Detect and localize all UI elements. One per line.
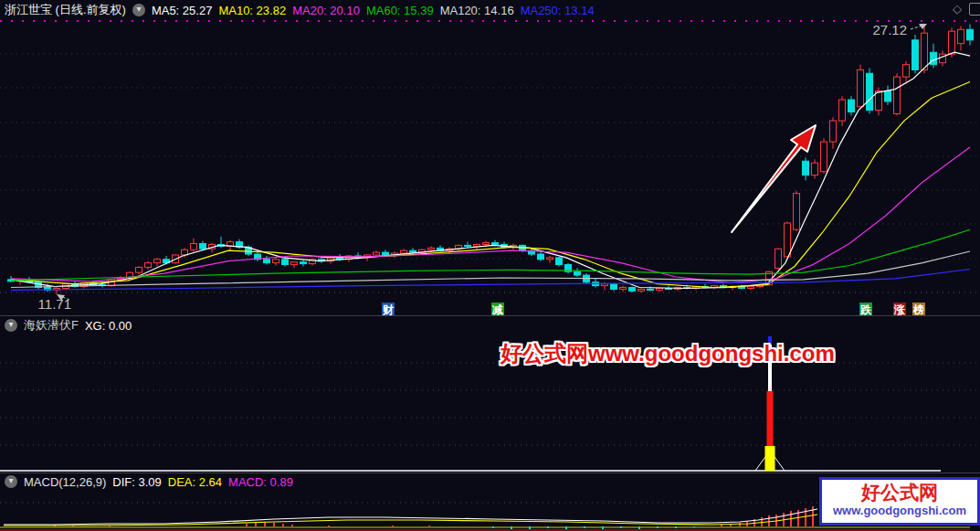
event-marker-char: 榜: [912, 303, 924, 316]
candle-body: [465, 245, 471, 246]
macd-bar: [273, 523, 275, 526]
collapse-chevron-icon[interactable]: ▾: [5, 319, 17, 332]
trend-arrow: [732, 125, 816, 232]
candle-body: [638, 289, 645, 291]
event-marker-char: 财: [382, 303, 394, 316]
candle-body: [428, 248, 435, 250]
macd-bar: [675, 526, 677, 528]
candle-body: [940, 54, 946, 63]
macd-bar: [693, 526, 695, 527]
ma60-value: MA60: 15.39: [366, 4, 434, 17]
dif-value: DIF: 3.09: [112, 475, 162, 489]
logo-url: www.goodgongshi.com: [822, 504, 977, 518]
main-chart-header: 浙江世宝 (日线.前复权) ▾ MA5: 25.27 MA10: 23.82 M…: [0, 0, 980, 20]
macd-bar: [392, 526, 394, 526]
macd-bar: [511, 526, 512, 529]
event-markers: 财减跌涨榜: [382, 303, 925, 316]
candle-body: [474, 244, 480, 246]
candle-body: [410, 250, 416, 252]
ma250-value: MA250: 13.14: [521, 4, 595, 17]
candle-body: [191, 244, 197, 250]
macd-bar: [492, 526, 494, 528]
candle-body: [785, 223, 791, 257]
candle-body: [931, 52, 937, 64]
candle-body: [657, 288, 663, 290]
candle-body: [273, 260, 279, 263]
collapse-chevron-icon[interactable]: ▾: [132, 4, 145, 16]
macd-value: MACD: 0.89: [228, 475, 293, 489]
ma120-value: MA120: 14.16: [440, 4, 514, 17]
ma5-value: MA5: 25.27: [152, 4, 213, 17]
macd-bar: [547, 526, 549, 528]
candle-body: [839, 100, 846, 121]
candle-body: [282, 260, 289, 265]
candle-body: [611, 284, 617, 290]
diamond-tool-icon[interactable]: ◇: [953, 2, 962, 16]
candle-body: [794, 194, 800, 230]
price-annotation: 11.71: [38, 296, 71, 312]
candle-body: [136, 267, 142, 272]
candle-body: [949, 31, 955, 54]
macd-bar: [565, 526, 567, 529]
event-marker-char: 减: [491, 303, 503, 316]
candle-body: [291, 262, 298, 265]
candle-body: [401, 250, 407, 253]
candlestick-chart: 财减跌涨榜27.1211.71: [0, 20, 980, 316]
candle-body: [958, 29, 964, 43]
event-marker-char: 涨: [893, 303, 906, 316]
dea-value: DEA: 2.64: [168, 475, 222, 489]
macd-bar: [246, 524, 248, 526]
candles: [8, 24, 974, 294]
xg-value: XG: 0.00: [85, 319, 132, 333]
candle-body: [867, 73, 873, 110]
macd-bar: [602, 526, 604, 529]
event-marker-char: 跌: [859, 303, 872, 316]
candle-body: [894, 77, 901, 113]
candle-body: [812, 163, 818, 175]
candle-body: [903, 65, 910, 77]
logo-title: 好公式网: [822, 481, 977, 504]
candle-body: [922, 33, 928, 69]
candle-body: [648, 289, 654, 290]
candle-body: [547, 258, 553, 260]
macd-name: MACD(12,26,9): [24, 475, 106, 489]
candle-body: [821, 142, 827, 172]
dif-line: [4, 509, 817, 525]
candle-body: [145, 263, 152, 268]
candle-body: [748, 287, 754, 289]
candle-body: [383, 252, 389, 255]
candle-body: [200, 244, 206, 250]
candle-body: [620, 288, 627, 290]
macd-bar: [291, 525, 293, 526]
macd-bar: [739, 523, 741, 526]
candle-body: [374, 252, 380, 255]
indicator-name: 海妖潜伏F: [24, 317, 79, 334]
candle-body: [629, 288, 636, 292]
candle-body: [830, 121, 837, 142]
macd-bar: [584, 526, 585, 528]
macd-bar: [768, 515, 770, 526]
macd-bar: [428, 526, 430, 526]
candle-body: [967, 29, 974, 40]
goodgongshi-logo: 好公式网 www.goodgongshi.com: [819, 477, 980, 526]
candle-body: [538, 254, 544, 260]
window-restore-icon[interactable]: [969, 3, 980, 16]
macd-bar: [638, 526, 640, 529]
ma20-value: MA20: 20.10: [292, 4, 360, 17]
collapse-chevron-icon[interactable]: ▾: [5, 475, 17, 488]
stock-app-window: 浙江世宝 (日线.前复权) ▾ MA5: 25.27 MA10: 23.82 M…: [0, 0, 980, 531]
candle-body: [858, 69, 864, 106]
candle-body: [803, 161, 809, 175]
candle-body: [154, 260, 161, 263]
candle-body: [492, 243, 499, 245]
macd-bar: [282, 524, 284, 526]
macd-bar: [328, 526, 330, 526]
stock-title: 浙江世宝 (日线.前复权): [5, 2, 126, 18]
signal-spike-segment: [767, 391, 774, 446]
macd-bar: [657, 526, 659, 528]
candle-body: [264, 260, 270, 263]
watermark-text: 好公式网www.goodgongshi.com: [501, 339, 835, 368]
candlestick-chart-panel[interactable]: 财减跌涨榜27.1211.71: [0, 20, 980, 316]
macd-bar: [620, 526, 622, 528]
candle-body: [300, 262, 307, 264]
